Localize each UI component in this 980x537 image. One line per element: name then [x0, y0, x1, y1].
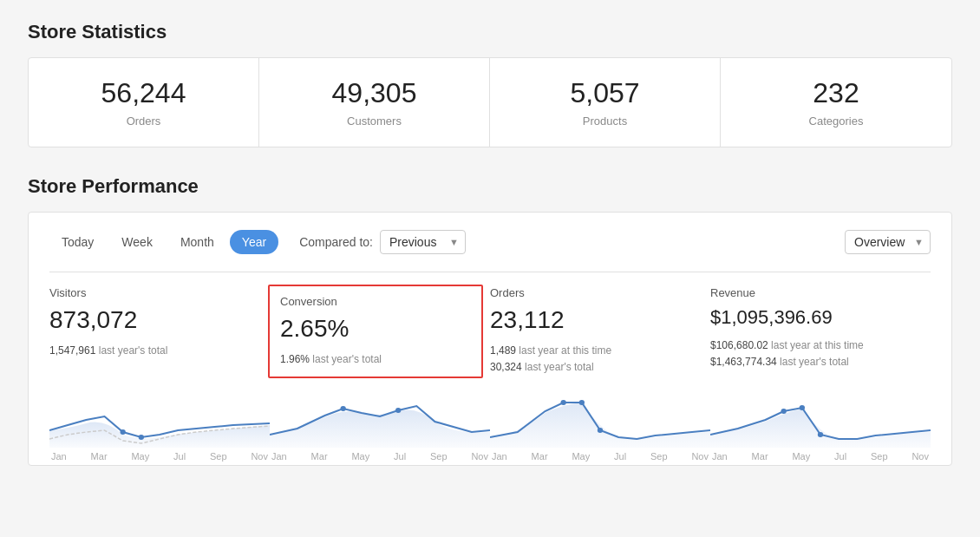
orders-sub: 1,489 last year at this time 30,324 last… — [490, 343, 696, 376]
conversion-value: 2.65% — [280, 315, 471, 343]
stat-card-products: 5,057 Products — [490, 58, 721, 147]
stat-card-customers: 49,305 Customers — [259, 58, 490, 147]
svg-point-2 — [340, 406, 345, 411]
stats-grid: 56,244 Orders 49,305 Customers 5,057 Pro… — [28, 57, 952, 147]
orders-label: Orders — [49, 115, 238, 128]
visitors-sub: 1,547,961 last year's total — [49, 343, 256, 359]
revenue-sub: $106,680.02 last year at this time $1,46… — [710, 337, 917, 370]
chart-revenue: JanMarMayJulSepNov — [710, 387, 931, 465]
orders-value: 56,244 — [49, 77, 238, 109]
chart-orders: JanMarMayJulSepNov — [490, 387, 710, 465]
toolbar: Today Week Month Year Compared to: Previ… — [49, 230, 931, 254]
tab-week[interactable]: Week — [109, 230, 165, 254]
tab-month[interactable]: Month — [168, 230, 226, 254]
chart-conversion: JanMarMayJulSepNov — [270, 387, 490, 465]
svg-point-6 — [598, 428, 603, 433]
svg-point-0 — [120, 429, 125, 435]
categories-label: Categories — [742, 115, 931, 128]
tab-year[interactable]: Year — [230, 230, 278, 254]
svg-point-9 — [818, 432, 823, 437]
metrics-grid: Visitors 873,072 1,547,961 last year's t… — [49, 272, 931, 377]
metric-revenue: Revenue $1,095,396.69 $106,680.02 last y… — [710, 286, 931, 377]
visitors-value: 873,072 — [49, 306, 256, 334]
metric-visitors: Visitors 873,072 1,547,961 last year's t… — [49, 286, 270, 377]
performance-title: Store Performance — [28, 175, 952, 198]
products-label: Products — [511, 115, 699, 128]
chart-labels-revenue: JanMarMayJulSepNov — [710, 451, 931, 462]
conversion-sub: 1.96% last year's total — [280, 351, 471, 368]
tab-today[interactable]: Today — [49, 230, 106, 254]
performance-panel: Today Week Month Year Compared to: Previ… — [28, 212, 952, 466]
visitors-name: Visitors — [49, 286, 256, 299]
metric-orders: Orders 23,112 1,489 last year at this ti… — [490, 286, 710, 377]
store-stats-title: Store Statistics — [28, 21, 952, 43]
metric-conversion: Conversion 2.65% 1.96% last year's total — [268, 285, 483, 378]
overview-select[interactable]: Overview Revenue Orders Visitors — [845, 230, 931, 254]
chart-labels-visitors: JanMarMayJulSepNov — [49, 451, 270, 462]
svg-point-5 — [579, 400, 585, 405]
categories-value: 232 — [742, 77, 931, 109]
stat-card-orders: 56,244 Orders — [29, 58, 259, 147]
chart-labels-orders: JanMarMayJulSepNov — [490, 451, 710, 462]
revenue-value: $1,095,396.69 — [710, 306, 917, 329]
conversion-name: Conversion — [280, 295, 471, 308]
compared-label: Compared to: — [299, 235, 373, 249]
charts-grid: JanMarMayJulSepNov JanMarMayJulSepNov — [49, 383, 931, 465]
revenue-name: Revenue — [710, 286, 917, 299]
compared-select-wrap: Previous Last Year Custom ▼ — [380, 230, 466, 254]
customers-label: Customers — [280, 115, 468, 128]
customers-value: 49,305 — [280, 77, 468, 109]
tab-group: Today Week Month Year — [49, 230, 278, 254]
chart-labels-conversion: JanMarMayJulSepNov — [270, 451, 490, 462]
overview-select-wrap: Overview Revenue Orders Visitors ▼ — [845, 230, 931, 254]
orders-metric-name: Orders — [490, 286, 696, 299]
svg-point-7 — [781, 409, 786, 414]
orders-metric-value: 23,112 — [490, 306, 696, 334]
compared-select[interactable]: Previous Last Year Custom — [380, 230, 466, 254]
svg-point-4 — [560, 400, 565, 405]
products-value: 5,057 — [511, 77, 699, 109]
svg-point-8 — [800, 405, 805, 410]
stat-card-categories: 232 Categories — [721, 58, 951, 147]
svg-point-1 — [139, 435, 144, 440]
chart-visitors: JanMarMayJulSepNov — [49, 387, 270, 465]
svg-point-3 — [395, 408, 401, 413]
